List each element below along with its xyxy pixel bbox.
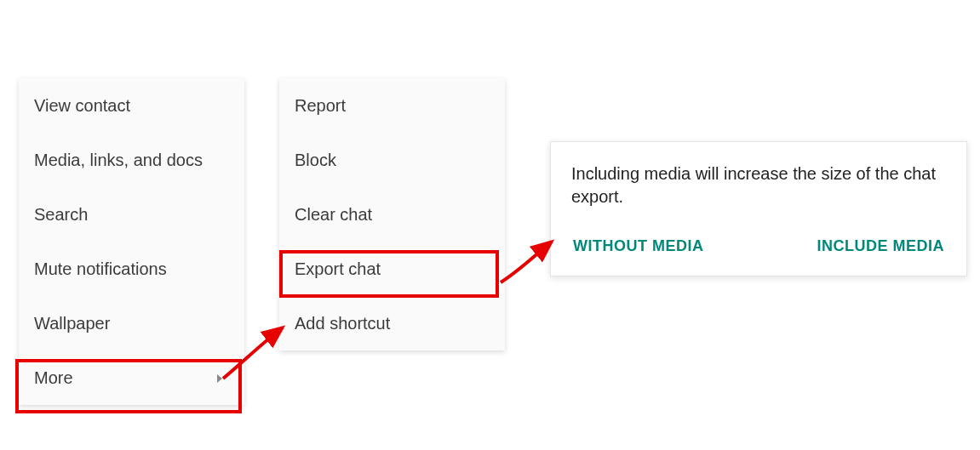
menu-item-wallpaper[interactable]: Wallpaper xyxy=(19,296,244,350)
menu-item-report[interactable]: Report xyxy=(279,78,505,133)
include-media-button[interactable]: INCLUDE MEDIA xyxy=(816,234,947,259)
menu-item-label: Wallpaper xyxy=(34,314,110,333)
menu-item-label: Clear chat xyxy=(295,205,372,225)
menu-item-label: Report xyxy=(295,96,346,116)
menu-item-label: More xyxy=(34,368,73,388)
menu-item-block[interactable]: Block xyxy=(279,133,505,187)
menu-item-export-chat[interactable]: Export chat xyxy=(279,242,505,296)
menu-item-more[interactable]: More xyxy=(19,350,244,405)
menu-item-label: Media, links, and docs xyxy=(34,151,203,170)
menu-item-media-links-docs[interactable]: Media, links, and docs xyxy=(19,133,244,187)
menu-item-label: Add shortcut xyxy=(295,314,390,333)
menu-item-search[interactable]: Search xyxy=(19,187,244,242)
menu-item-label: Export chat xyxy=(295,259,381,279)
menu-item-label: View contact xyxy=(34,96,130,116)
menu-item-label: Block xyxy=(295,151,336,170)
menu-item-label: Mute notifications xyxy=(34,259,167,279)
menu-item-label: Search xyxy=(34,205,88,225)
menu-item-clear-chat[interactable]: Clear chat xyxy=(279,187,505,242)
chat-options-menu: View contact Media, links, and docs Sear… xyxy=(19,78,244,405)
chevron-right-icon xyxy=(216,368,224,388)
without-media-button[interactable]: WITHOUT MEDIA xyxy=(571,234,705,259)
dialog-actions: WITHOUT MEDIA INCLUDE MEDIA xyxy=(571,234,946,259)
export-chat-dialog: Including media will increase the size o… xyxy=(550,141,967,276)
menu-item-add-shortcut[interactable]: Add shortcut xyxy=(279,296,505,350)
menu-item-mute-notifications[interactable]: Mute notifications xyxy=(19,242,244,296)
dialog-message: Including media will increase the size o… xyxy=(571,162,946,208)
chat-more-submenu: Report Block Clear chat Export chat Add … xyxy=(279,78,505,350)
menu-item-view-contact[interactable]: View contact xyxy=(19,78,244,133)
